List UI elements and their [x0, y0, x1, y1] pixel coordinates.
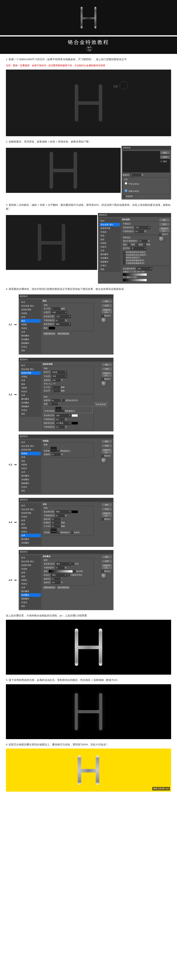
- ok-button[interactable]: 确定: [160, 151, 170, 154]
- new-style-button[interactable]: 新建样式(W)...: [101, 308, 112, 314]
- canvas-step3: [6, 215, 97, 270]
- bevel-style-drop[interactable]: 内斜面: [51, 371, 67, 374]
- layer-style-satin-dialog: 图层样式 确定 取消 新建样式(W)... 预览(V) 样式 混合选项: 默认 …: [19, 498, 113, 547]
- canvas-step1: 注意: [6, 70, 171, 136]
- cancel-button[interactable]: 取消: [101, 304, 112, 307]
- dialog-title: 图层样式: [98, 213, 171, 217]
- canvas-step2: [6, 148, 121, 193]
- stroke-fill-drop[interactable]: 颜色: [55, 323, 71, 326]
- cancel-button[interactable]: 取消: [160, 155, 170, 159]
- ok-button[interactable]: 确定: [101, 363, 112, 366]
- step-5: 5. 接下来增加黑面的光感，金属的淡淡反光。复制第四步的图层，然后相应 > 高斯…: [6, 678, 171, 682]
- cancel-button[interactable]: 取消: [101, 367, 112, 371]
- sidebar-inner-glow[interactable]: 内发光: [100, 245, 120, 249]
- watermark: 脚本之家 jb51.net: [152, 787, 170, 791]
- sidebar-styles[interactable]: 样式: [100, 219, 120, 223]
- sidebar-gradient-overlay[interactable]: 渐变叠加: [100, 256, 120, 260]
- step-6: 6. 把第五步做图层叠在第四步做图层上，叠加模式为浅色，透明度为50%，至此大功…: [6, 743, 171, 747]
- ok-button[interactable]: 确定: [159, 218, 170, 222]
- stroke-mode-drop[interactable]: 正常: [55, 315, 71, 318]
- panel-header: 混合选项: [122, 218, 130, 221]
- sidebar-color-overlay[interactable]: 颜色叠加: [100, 253, 120, 256]
- stroke-size-input[interactable]: [51, 307, 60, 310]
- sidebar-satin[interactable]: 光泽: [100, 249, 120, 253]
- annotation-label: 注意: [113, 85, 118, 88]
- amount-input[interactable]: [130, 173, 141, 177]
- stroke-position-drop[interactable]: 外部: [51, 311, 67, 314]
- arrow-icon: ➡: [14, 578, 17, 582]
- sidebar-pattern-overlay[interactable]: 图案叠加: [100, 260, 120, 264]
- letter-h-chrome: [80, 7, 97, 29]
- chrome-letter-h: [75, 628, 102, 666]
- distribution-label: 分布: [124, 178, 169, 181]
- mono-checkbox[interactable]: [123, 195, 125, 197]
- bevel-alt-input[interactable]: [49, 402, 58, 405]
- layer-style-gradient-dialog: 图层样式 确定 取消 新建样式(W)... 预览(V) 样式 混合选项: 默认 …: [19, 550, 113, 610]
- sidebar-outer-glow[interactable]: 外发光: [100, 264, 120, 267]
- cancel-button[interactable]: 取消: [159, 223, 170, 226]
- contour-picker[interactable]: [51, 447, 56, 452]
- stroke-color-swatch[interactable]: [49, 327, 55, 329]
- result-glow: [6, 684, 171, 739]
- ok-button[interactable]: 确定: [101, 299, 112, 303]
- step-3: 3. 复制第二步的图层，编辑 > 变换 > 水平翻转，图层叠加模式为滤色，透明度…: [6, 203, 171, 211]
- sidebar-stroke[interactable]: 描边: [100, 238, 120, 241]
- reset-button[interactable]: 复位为默认值: [56, 332, 70, 336]
- sidebar-bevel[interactable]: 斜面和浮雕: [100, 227, 120, 230]
- step-1-warning: 注意：图形一定要圆滑，如果字体的话一定也要用那种圆角字体，才会制作出金属的圆润光…: [6, 64, 171, 67]
- arrow-icon: ➡: [14, 520, 17, 524]
- stroke-opacity-input[interactable]: [55, 319, 64, 322]
- substep-label: 4.2: [6, 393, 12, 396]
- contour-range-input[interactable]: [51, 453, 60, 456]
- sidebar-inner-shadow[interactable]: 内阴影: [100, 242, 120, 245]
- substep-label: 4.5: [6, 579, 12, 582]
- fill-opacity-input[interactable]: [138, 240, 147, 242]
- ghost-letter-h-3: [38, 224, 65, 261]
- add-noise-dialog: 添加杂色 确定 取消 预览 数量(A): % 分布 平均分布(U) 高斯分布(G…: [122, 146, 171, 199]
- style-sidebar: 样式 混合选项: 默认 斜面和浮雕 等高线 纹理 描边 内阴影 内发光 光泽 颜…: [99, 218, 121, 272]
- style-sidebar: 样式 混合选项: 默认 斜面和浮雕 等高线 纹理 描边 内阴影 内发光 光泽 颜…: [20, 299, 42, 353]
- default-button[interactable]: 设置为默认值: [43, 332, 56, 336]
- knockout-drop[interactable]: 无: [130, 247, 146, 250]
- layer-style-bevel-dialog: 图层样式 确定 取消 新建样式(W)... 预览(V) 样式 混合选项: 默认 …: [19, 358, 113, 431]
- bevel-soften-input[interactable]: [51, 390, 60, 392]
- preview-checkbox[interactable]: [159, 234, 161, 236]
- final-letter-h: [78, 756, 99, 785]
- sidebar-drop-shadow[interactable]: 投影: [100, 267, 120, 271]
- arrow-icon: ➡: [14, 393, 17, 396]
- sidebar-blend-options[interactable]: 混合选项: 默认: [100, 223, 120, 226]
- substep-label: 4.1: [6, 323, 12, 326]
- ghost-letter-h: [75, 84, 102, 121]
- title-bar: 铬合金特效教程 烙印天使: [0, 37, 177, 54]
- new-style-button[interactable]: 新建样式(W)...: [101, 371, 112, 377]
- opacity-input[interactable]: [135, 230, 144, 233]
- uniform-radio[interactable]: [125, 182, 127, 185]
- bevel-angle-input[interactable]: [51, 399, 60, 402]
- step-2: 2. 创建新图层，填充黑色，接着滤镜 > 杂色 > 添加杂色，参数设置如下图：: [6, 140, 171, 144]
- gaussian-radio[interactable]: [125, 189, 127, 192]
- sidebar-contour[interactable]: 等高线: [100, 230, 120, 234]
- bevel-size-input[interactable]: [51, 386, 60, 389]
- blend-if-slider-under[interactable]: [123, 279, 147, 282]
- blend-if-slider-this[interactable]: [123, 273, 147, 276]
- bevel-depth-input[interactable]: [51, 379, 60, 382]
- layer-style-contour-dialog: 图层样式 确定 取消 新建样式(W)... 预览(V) 样式 混合选项: 默认 …: [19, 434, 113, 495]
- preview-checkbox[interactable]: [160, 160, 163, 163]
- new-style-button[interactable]: 新建样式(W)...: [159, 227, 170, 232]
- substep-label: 4.4: [6, 521, 12, 524]
- gloss-contour-picker[interactable]: [55, 407, 61, 412]
- gradient-picker[interactable]: [49, 570, 73, 573]
- step-after-4: 按上述步骤设置，大体的铬合金模版就出现啦。ps：上述步骤123很重要: [6, 614, 171, 618]
- bevel-method-drop[interactable]: 平滑: [51, 375, 67, 378]
- page-title: 铬合金特效教程: [0, 39, 177, 46]
- step-4: 4. 最重要的步骤来啦，现在对部我们想要的图形或文字图层添加如下图层效果，铬合金…: [6, 287, 171, 291]
- substep-label: 4.3: [6, 463, 12, 466]
- hero-logo: [0, 0, 177, 35]
- annotation-circle: [119, 81, 128, 89]
- sidebar-texture[interactable]: 纹理: [100, 234, 120, 237]
- layer-style-blend-dialog: 图层样式 确定 取消 新建样式(W)... 预览(V) 样式 混合选项: 默认 …: [98, 213, 171, 283]
- author-badge: 烙印天使: [86, 46, 92, 51]
- final-banner: 脚本之家 jb51.net: [6, 749, 171, 792]
- preview-swatch: [159, 236, 164, 242]
- blend-mode-drop[interactable]: 正常: [135, 226, 150, 229]
